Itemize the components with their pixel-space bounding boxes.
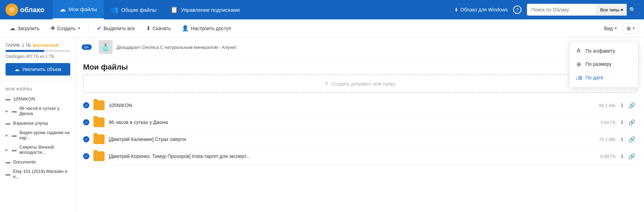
- nav-right: ⬇ Облако для Windows ? Все типы ▾ 🔍: [454, 4, 638, 16]
- date-sort-icon: ↓⊞: [575, 74, 582, 81]
- search-bar: Все типы ▾ 🔍: [527, 4, 638, 16]
- storage-bar-fill: [6, 50, 44, 52]
- sort-dropdown-menu: A По алфавиту ⊛ По размеру ↓⊞ По дате: [569, 41, 638, 88]
- file-download-btn-3[interactable]: ⬇: [620, 153, 624, 160]
- download-button[interactable]: ⬇ Скачать: [142, 23, 175, 34]
- search-button[interactable]: 🔍: [627, 4, 638, 16]
- size-sort-icon: ⊛: [575, 61, 582, 68]
- sort-date-option[interactable]: ↓⊞ По дате: [570, 71, 638, 85]
- folder-icon-2: ▬: [6, 120, 10, 126]
- access-button[interactable]: 👤 Настроить доступ: [178, 23, 235, 34]
- folder-icon-file-2: [93, 134, 105, 144]
- sidebar-item-4[interactable]: ▶ ▬ Секреты Вечной молодости...: [0, 142, 76, 157]
- view-label: Вид: [604, 26, 613, 31]
- windows-download-button[interactable]: ⬇ Облако для Windows: [454, 7, 508, 12]
- table-row: ✓ 105NIKON 86.1 МБ ⬇ 🔗: [83, 97, 637, 114]
- file-download-btn-1[interactable]: ⬇: [620, 119, 624, 126]
- search-input[interactable]: [527, 7, 596, 12]
- file-checkbox-3[interactable]: ✓: [83, 153, 89, 159]
- search-type-button[interactable]: Все типы ▾: [596, 4, 627, 16]
- logo-text: облако: [20, 6, 44, 14]
- arrow-icon-1: ▶: [6, 109, 8, 113]
- folder-icon-5: ▬: [6, 159, 10, 165]
- table-row: ✓ 96 часов в сутках у Джона 3.94 ГБ ⬇ 🔗: [83, 114, 637, 131]
- tab-subscriptions-label: Управление подписками: [181, 7, 240, 13]
- sort-alpha-label: По алфавиту: [585, 48, 615, 54]
- sidebar-item-label-5: Documents: [13, 159, 36, 165]
- logo-icon: @: [6, 3, 18, 16]
- file-link-btn-3[interactable]: 🔗: [628, 153, 635, 160]
- page-title: Мои файлы: [76, 57, 644, 74]
- file-download-btn-2[interactable]: ⬇: [620, 136, 624, 143]
- create-zone-label: Создать документ или папку: [331, 81, 395, 87]
- person-icon: 👤: [182, 25, 189, 32]
- search-icon: 🔍: [629, 7, 636, 13]
- alpha-sort-icon: A: [575, 48, 582, 54]
- folder-icon-6: ▬: [6, 171, 10, 177]
- table-row: ✓ [Дмитрий Калинкин] Страх смерти 78.2 М…: [83, 131, 637, 148]
- download-icon: ⬇: [146, 25, 151, 32]
- sidebar-item-3[interactable]: ▶ ▬ Видео уроки гадания на кар...: [0, 128, 76, 142]
- sort-alpha-option[interactable]: A По алфавиту: [570, 44, 638, 58]
- folder-icon-4: ▬: [12, 147, 17, 152]
- folder-icon-file-1: [93, 117, 105, 127]
- select-all-label: Выделить все: [104, 26, 135, 31]
- file-link-btn-0[interactable]: 🔗: [628, 102, 635, 109]
- arrow-icon-3: ▶: [6, 133, 8, 137]
- checkmark-icon: ✔: [97, 25, 101, 32]
- create-chevron-icon: ▾: [78, 26, 80, 30]
- upload-button[interactable]: ☁ Загрузить: [6, 23, 44, 34]
- check-icon-3: ✓: [83, 153, 89, 159]
- folder-icon-0: ▬: [6, 96, 10, 101]
- sidebar: ТАРИФ: 1 ТБ. Бесплатный Свободно 407 ГБ …: [0, 37, 76, 212]
- toolbar: ☁ Загрузить ✚ Создать ▾ ✔ Выделить все ⬇…: [0, 19, 644, 37]
- sidebar-item-label-2: Взрывное улучш: [13, 121, 48, 126]
- sidebar-item-1[interactable]: ▶ ▬ 96 часов в сутках у Джона: [0, 104, 76, 118]
- sidebar-section-title: МОИ ФАЙЛЫ: [0, 87, 76, 94]
- tab-my-files[interactable]: ☁ Мои файлы: [53, 0, 104, 19]
- file-name-2[interactable]: [Дмитрий Калинкин] Страх смерти: [109, 136, 584, 142]
- cloud-icon: ☁: [60, 6, 66, 13]
- sort-button[interactable]: ⊞ ▾: [623, 23, 638, 34]
- file-size-1: 3.94 ГБ: [588, 120, 616, 125]
- cloud-upgrade-icon: ☁: [15, 67, 19, 72]
- help-button[interactable]: ?: [513, 6, 521, 14]
- file-name-1[interactable]: 96 часов в сутках у Джона: [109, 120, 584, 125]
- file-size-3: 0.99 ГБ: [588, 154, 616, 159]
- file-name-0[interactable]: 105NIKON: [109, 103, 584, 108]
- folder-icon-file-0: [93, 100, 105, 110]
- upgrade-label: Увеличить объем: [22, 67, 61, 72]
- upgrade-button[interactable]: ☁ Увеличить объем: [6, 63, 70, 76]
- tariff-label: ТАРИФ: 1 ТБ. Бесплатный: [6, 43, 70, 48]
- logo-area: @ облако: [6, 3, 44, 16]
- sidebar-item-5[interactable]: ▬ Documents: [0, 157, 76, 167]
- sort-size-option[interactable]: ⊛ По размеру: [570, 58, 638, 71]
- sort-dropdown-wrapper: ⊞ ▾ A По алфавиту ⊛ По размеру ↓⊞ По дат…: [623, 23, 638, 34]
- tab-subscriptions[interactable]: 📋 Управление подписками: [163, 0, 247, 19]
- file-area: 0+ 🧴 Дезодарант Deonica С натуральным ми…: [76, 37, 644, 212]
- tab-shared-files[interactable]: 👥 Общие файлы: [104, 0, 163, 19]
- file-name-3[interactable]: [Дмитрий Коренко, Тимур Прохоров] Insta-…: [109, 153, 584, 159]
- clipboard-icon: 📋: [170, 6, 178, 14]
- file-checkbox-1[interactable]: ✓: [83, 119, 89, 125]
- sidebar-item-6[interactable]: ▬ Etsy 101 (2019) Магазин и е...: [0, 167, 76, 181]
- sidebar-item-2[interactable]: ▬ Взрывное улучш: [0, 118, 76, 128]
- create-zone[interactable]: + Создать документ или папку: [83, 74, 637, 93]
- file-list: ✓ 105NIKON 86.1 МБ ⬇ 🔗 ✓ 96 часов в сутк…: [76, 97, 644, 165]
- file-link-btn-1[interactable]: 🔗: [628, 119, 635, 126]
- table-row: ✓ [Дмитрий Коренко, Тимур Прохоров] Inst…: [83, 148, 637, 165]
- file-checkbox-2[interactable]: ✓: [83, 136, 89, 142]
- create-button[interactable]: ✚ Создать ▾: [46, 23, 84, 34]
- toolbar-separator: [88, 24, 89, 33]
- view-button[interactable]: Вид ▾: [601, 24, 620, 33]
- tab-my-files-label: Мои файлы: [69, 6, 97, 12]
- file-link-btn-2[interactable]: 🔗: [628, 136, 635, 143]
- select-all-button[interactable]: ✔ Выделить все: [93, 23, 139, 34]
- tariff-link[interactable]: Бесплатный: [33, 43, 59, 48]
- file-checkbox-0[interactable]: ✓: [83, 102, 89, 108]
- sidebar-item-label-1: 96 часов в сутках у Джона: [19, 106, 70, 116]
- sidebar-item-label-6: Etsy 101 (2019) Магазин и е...: [13, 169, 70, 179]
- sidebar-item-0[interactable]: ▬ 105NIKON: [0, 94, 76, 104]
- file-download-btn-0[interactable]: ⬇: [620, 102, 624, 109]
- upload-icon: ☁: [10, 25, 15, 32]
